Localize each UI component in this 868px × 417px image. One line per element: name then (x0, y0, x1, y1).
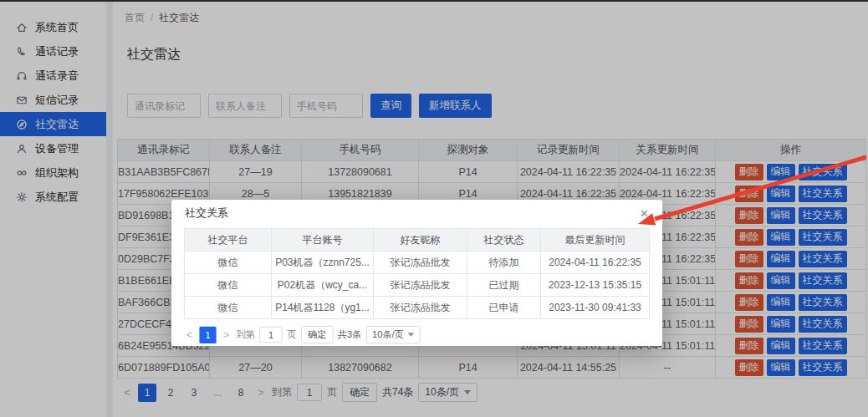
modal-cell-updated: 2024-04-11 16:22:35 (541, 252, 650, 274)
prev-page-icon[interactable]: < (184, 329, 195, 341)
social-relations-table: 社交平台平台账号好友昵称社交状态最后更新时间 微信P03机器（zznn725..… (184, 228, 650, 319)
modal-cell-status: 待添加 (467, 252, 541, 274)
modal-pagination: <1>到第页确定共3条10条/页 (184, 326, 624, 343)
modal-cell-platform: 微信 (185, 274, 272, 297)
modal-cell-updated: 2023-11-30 09:41:33 (541, 297, 650, 319)
modal-table-row: 微信P03机器（zznn725...张记冻品批发待添加2024-04-11 16… (185, 252, 650, 274)
modal-title: 社交关系 (185, 206, 228, 221)
modal-column-header: 社交状态 (467, 229, 541, 252)
modal-cell-nickname: 张记冻品批发 (374, 297, 467, 319)
page-button[interactable]: 1 (199, 326, 216, 343)
modal-column-header: 社交平台 (185, 229, 272, 252)
modal-table-body: 微信P03机器（zznn725...张记冻品批发待添加2024-04-11 16… (185, 252, 650, 319)
social-relations-modal: 社交关系 ✕ 社交平台平台账号好友昵称社交状态最后更新时间 微信P03机器（zz… (171, 200, 662, 346)
modal-table-row: 微信P02机器（wcy_ca...张记冻品批发已过期2023-12-13 15:… (185, 274, 650, 297)
modal-cell-nickname: 张记冻品批发 (374, 252, 467, 274)
modal-column-header: 平台账号 (272, 229, 374, 252)
chevron-down-icon (408, 333, 414, 337)
confirm-button[interactable]: 确定 (301, 326, 334, 343)
jump-suffix-label: 页 (287, 328, 296, 342)
modal-column-header: 最后更新时间 (541, 229, 650, 252)
modal-cell-account: P02机器（wcy_ca... (272, 274, 374, 297)
modal-table-row: 微信P14机器1128（yg1...张记冻品批发已申请2023-11-30 09… (185, 297, 650, 319)
modal-cell-account: P03机器（zznn725... (272, 252, 374, 274)
modal-cell-updated: 2023-12-13 15:35:15 (541, 274, 650, 297)
close-icon[interactable]: ✕ (640, 208, 649, 219)
modal-header-row: 社交平台平台账号好友昵称社交状态最后更新时间 (185, 229, 650, 252)
app-window: 系统首页通话记录通话录音短信记录社交雷达设备管理组织架构系统配置 首页 / 社交… (0, 0, 868, 417)
modal-header: 社交关系 ✕ (171, 200, 662, 226)
modal-cell-platform: 微信 (185, 252, 272, 274)
modal-cell-status: 已申请 (467, 297, 541, 319)
jump-prefix-label: 到第 (237, 328, 255, 342)
page-size-select[interactable]: 10条/页 (366, 326, 421, 343)
modal-cell-status: 已过期 (467, 274, 541, 297)
modal-column-header: 好友昵称 (374, 229, 467, 252)
total-count-label: 共3条 (338, 328, 361, 342)
modal-cell-nickname: 张记冻品批发 (374, 274, 467, 297)
page-jump-input[interactable] (259, 327, 283, 343)
modal-cell-platform: 微信 (185, 297, 272, 319)
modal-cell-account: P14机器1128（yg1... (272, 297, 374, 319)
next-page-icon[interactable]: > (221, 329, 232, 341)
